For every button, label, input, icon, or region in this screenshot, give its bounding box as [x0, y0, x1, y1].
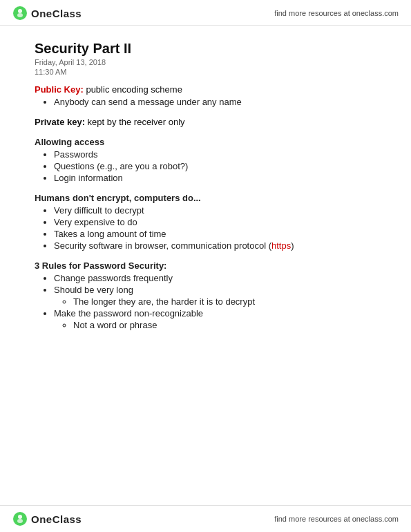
list-item: Should be very longThe longer they are, …: [54, 285, 390, 307]
humans-encrypt-list: Very difficult to decryptVery expensive …: [54, 205, 390, 251]
svg-point-5: [18, 515, 22, 519]
list-item: Very expensive to do: [54, 217, 390, 227]
header: OneClass find more resources at oneclass…: [0, 0, 411, 26]
public-key-section: Public Key: public encoding scheme Anybo…: [35, 84, 390, 107]
main-content: Security Part II Friday, April 13, 2018 …: [0, 26, 411, 354]
footer-logo-text: OneClass: [31, 513, 82, 525]
humans-encrypt-section: Humans don't encrypt, computers do... Ve…: [35, 193, 390, 251]
password-rules-heading: 3 Rules for Password Security:: [35, 260, 390, 271]
page-date: Friday, April 13, 2018: [35, 58, 390, 66]
password-rules-section: 3 Rules for Password Security: Change pa…: [35, 260, 390, 330]
password-rules-list: Change passwords frequentlyShould be ver…: [54, 273, 390, 330]
allowing-access-list: PasswordsQuestions (e.g., are you a robo…: [54, 149, 390, 183]
public-key-label: Public Key:: [35, 84, 84, 95]
list-item: Make the password non-recognizableNot a …: [54, 308, 390, 330]
private-key-label: Private key:: [35, 117, 85, 127]
header-logo: OneClass: [12, 6, 82, 21]
footer-tagline: find more resources at oneclass.com: [274, 515, 399, 523]
list-item: Not a word or phrase: [73, 320, 390, 330]
public-key-description: public encoding scheme: [84, 84, 182, 95]
public-key-bullet: Anybody can send a message under any nam…: [54, 97, 390, 107]
svg-point-1: [17, 13, 23, 17]
header-tagline: find more resources at oneclass.com: [274, 9, 399, 17]
footer-logo-icon: [12, 511, 28, 526]
page-time: 11:30 AM: [35, 68, 390, 76]
allowing-access-heading: Allowing access: [35, 137, 390, 147]
list-item: Very difficult to decrypt: [54, 205, 390, 216]
list-item: Takes a long amount of time: [54, 229, 390, 239]
footer: OneClass find more resources at oneclass…: [0, 505, 411, 532]
sub-bullet-list: Not a word or phrase: [73, 320, 390, 330]
sub-bullet-list: The longer they are, the harder it is to…: [73, 296, 390, 307]
svg-point-4: [17, 519, 23, 523]
list-item: Questions (e.g., are you a robot?): [54, 161, 390, 171]
list-item: Change passwords frequently: [54, 273, 390, 283]
oneclass-logo-icon: [12, 6, 28, 21]
list-item: Security software in browser, communicat…: [54, 240, 390, 251]
private-key-section: Private key: kept by the receiver only: [35, 117, 390, 127]
svg-point-2: [18, 9, 22, 13]
allowing-access-section: Allowing access PasswordsQuestions (e.g.…: [35, 137, 390, 183]
list-item: Login information: [54, 173, 390, 183]
footer-logo: OneClass: [12, 511, 82, 526]
public-key-list: Anybody can send a message under any nam…: [54, 97, 390, 107]
header-logo-text: OneClass: [31, 8, 82, 19]
list-item: The longer they are, the harder it is to…: [73, 296, 390, 307]
page-title: Security Part II: [35, 41, 390, 57]
https-link[interactable]: https: [271, 240, 291, 251]
private-key-description: kept by the receiver only: [85, 117, 185, 127]
humans-encrypt-heading: Humans don't encrypt, computers do...: [35, 193, 390, 203]
list-item: Passwords: [54, 149, 390, 160]
